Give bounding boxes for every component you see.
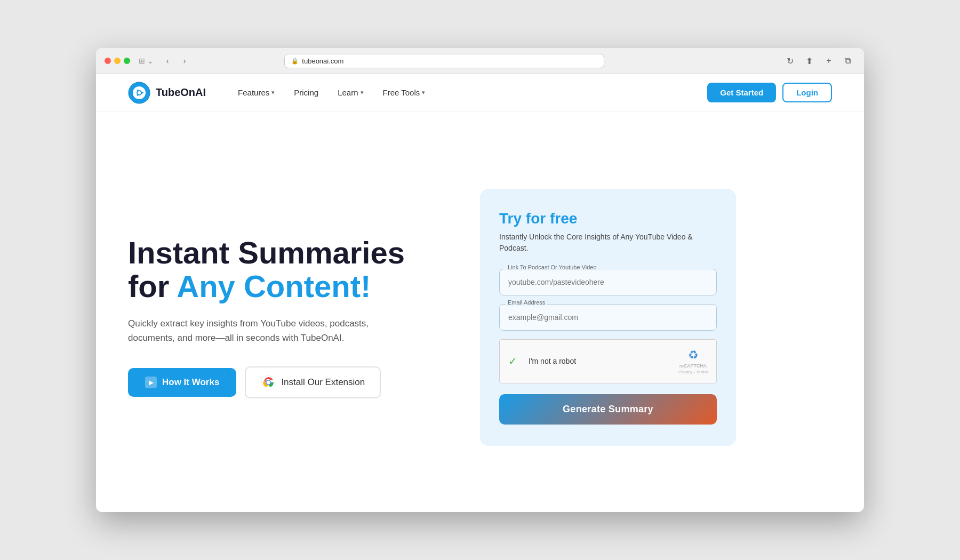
svg-point-7 (267, 381, 270, 385)
address-bar[interactable]: 🔒 tubeonai.com (284, 54, 604, 68)
login-button[interactable]: Login (782, 83, 832, 102)
recaptcha-links: Privacy - Terms (678, 370, 708, 374)
how-it-works-button[interactable]: ▶ How It Works (128, 368, 236, 397)
back-button[interactable]: ‹ (160, 53, 175, 68)
browser-actions: ↻ ⬆ + ⧉ (783, 53, 855, 68)
form-card: Try for free Instantly Unlock the Core I… (480, 189, 736, 446)
email-field-label: Email Address (506, 299, 547, 306)
url-text: tubeonai.com (302, 57, 343, 65)
share-button[interactable]: ⬆ (802, 53, 817, 68)
browser-chrome: ⊞ ⌄ ‹ › 🔒 tubeonai.com ↻ ⬆ + ⧉ (96, 48, 864, 74)
url-field-label: Link To Podcast Or Youtube Video (506, 264, 599, 270)
logo-text: TubeOnAI (156, 86, 206, 99)
email-input[interactable] (499, 304, 717, 331)
hero-title: Instant Summaries for Any Content! (128, 236, 448, 304)
email-field: Email Address (499, 304, 717, 331)
get-started-button[interactable]: Get Started (707, 83, 776, 102)
chevron-down-icon[interactable]: ⌄ (147, 57, 154, 65)
recaptcha-checkmark-icon: ✓ (508, 355, 521, 367)
nav-pricing[interactable]: Pricing (294, 88, 318, 97)
recaptcha-icon: ♻ (688, 348, 699, 362)
nav-learn[interactable]: Learn ▾ (338, 88, 363, 97)
hero-section: Instant Summaries for Any Content! Quick… (96, 111, 864, 512)
chevron-down-icon: ▾ (271, 89, 275, 96)
nav-features[interactable]: Features ▾ (238, 88, 275, 97)
nav-arrows: ‹ › (160, 53, 192, 68)
hero-buttons: ▶ How It Works (128, 366, 448, 398)
recaptcha-brand: reCAPTCHA (679, 363, 707, 369)
logo[interactable]: TubeOnAI (128, 82, 206, 104)
chrome-icon (261, 375, 276, 390)
generate-summary-button[interactable]: Generate Summary (499, 394, 717, 425)
form-title: Try for free (499, 210, 717, 227)
window-controls: ⊞ ⌄ (139, 57, 154, 65)
form-subtitle: Instantly Unlock the Core Insights of An… (499, 231, 717, 254)
nav-free-tools[interactable]: Free Tools ▾ (383, 88, 426, 97)
lock-icon: 🔒 (291, 58, 299, 65)
install-extension-button[interactable]: Install Our Extension (245, 366, 381, 398)
url-field: Link To Podcast Or Youtube Video (499, 269, 717, 295)
nav-actions: Get Started Login (707, 83, 832, 102)
close-button[interactable] (105, 58, 111, 64)
recaptcha-logo: ♻ reCAPTCHA Privacy - Terms (678, 348, 708, 374)
url-input[interactable] (499, 269, 717, 295)
new-tab-button[interactable]: + (821, 53, 836, 68)
chevron-down-icon: ▾ (422, 89, 425, 96)
svg-point-4 (138, 91, 141, 94)
hero-subtitle: Quickly extract key insights from YouTub… (128, 316, 384, 345)
logo-icon (128, 82, 150, 104)
recaptcha-label: I'm not a robot (529, 357, 671, 365)
hero-right: Try for free Instantly Unlock the Core I… (480, 189, 736, 446)
sidebar-icon[interactable]: ⊞ (139, 57, 145, 65)
refresh-button[interactable]: ↻ (783, 53, 798, 68)
forward-button[interactable]: › (177, 53, 192, 68)
minimize-button[interactable] (114, 58, 121, 64)
navbar: TubeOnAI Features ▾ Pricing Learn ▾ Free… (96, 74, 864, 111)
maximize-button[interactable] (124, 58, 130, 64)
page-content: TubeOnAI Features ▾ Pricing Learn ▾ Free… (96, 74, 864, 512)
chevron-down-icon: ▾ (361, 89, 364, 96)
traffic-lights (105, 58, 130, 64)
browser-window: ⊞ ⌄ ‹ › 🔒 tubeonai.com ↻ ⬆ + ⧉ (96, 48, 864, 512)
nav-links: Features ▾ Pricing Learn ▾ Free Tools ▾ (238, 88, 707, 97)
video-icon: ▶ (145, 377, 157, 388)
recaptcha-box[interactable]: ✓ I'm not a robot ♻ reCAPTCHA Privacy - … (499, 339, 717, 383)
hero-left: Instant Summaries for Any Content! Quick… (128, 236, 448, 399)
tabs-button[interactable]: ⧉ (841, 53, 855, 68)
